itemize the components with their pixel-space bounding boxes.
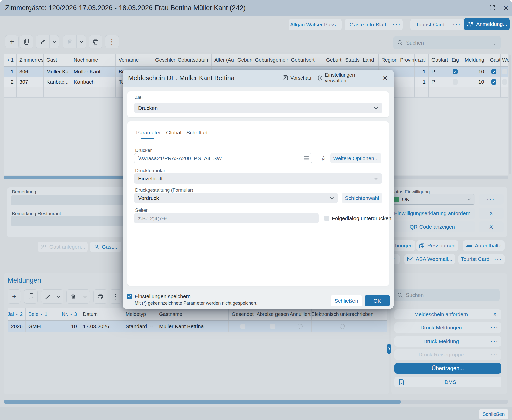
gaeste-info-blatt-button[interactable]: Gäste Info-Blatt [345,19,391,30]
print-button[interactable] [89,35,102,48]
druckgestaltung-select[interactable]: Vordruck [134,193,338,203]
meldungen-col-beleg[interactable]: Bele▼1 [26,308,48,320]
dms-button[interactable]: DMS [394,377,501,387]
guest-col-region[interactable]: Region ( [379,54,397,66]
druck-meldung-button[interactable]: Druck Meldung [394,336,488,347]
status-einwilligung-select[interactable]: OK [389,194,475,205]
meldungen-col-meldetyp[interactable]: Meldetyp [123,308,156,320]
guest-col-vorname[interactable]: Vorname [116,54,152,66]
guest-table-vscrollbar[interactable] [509,55,511,174]
annulliert-radio[interactable] [298,324,303,329]
guest-col-sort[interactable]: ▲1 [4,54,17,66]
we-checkbox[interactable] [502,79,507,85]
we-checkbox[interactable] [502,69,507,74]
meldungen-search-input[interactable] [405,292,488,298]
tourist-card-button[interactable]: Tourist Card [410,19,450,30]
einwilligung-x-button[interactable]: X [479,208,504,219]
abreise-gesendet-checkbox[interactable] [270,324,275,329]
edit-button[interactable] [36,35,49,48]
guest-col-eig[interactable]: Eig [450,54,460,66]
einwilligung-anfordern-button[interactable]: Einwilligungserklärung anfordern [389,208,475,219]
guest-col-geburtsort[interactable]: Geburtsort [288,54,323,66]
favorite-star-icon[interactable]: ☆ [319,153,329,163]
meldungen-edit-button[interactable] [41,290,54,303]
guest-col-zimmer[interactable]: Zimmerrese [17,54,44,66]
meldungen-delete-button[interactable] [67,290,80,303]
eig-checkbox[interactable] [453,69,458,74]
guest-col-geschlecht[interactable]: Geschlech [152,54,175,66]
maximize-button[interactable] [488,4,496,12]
dialog-schliessen-button[interactable]: Schließen [331,295,362,306]
status-more-button[interactable]: ··· [479,194,504,205]
meldungen-row[interactable]: 2026 GMH 10 17.03.2026 Standard Müller K… [8,321,387,332]
guest-col-anzahl[interactable]: Anzal [415,54,429,66]
druck-meldungen-button[interactable]: Druck Meldungen [394,322,488,333]
copy-button[interactable] [20,35,33,48]
tab-parameter[interactable]: Parameter [136,130,161,136]
tourist-card-more-button[interactable]: ··· [450,19,464,30]
folgedialog-checkbox[interactable] [324,216,329,221]
bottom-hscrollbar-thumb[interactable] [4,400,401,404]
meldungen-print-button[interactable] [93,289,107,304]
qr-x-button[interactable]: X [479,221,504,232]
gast-anlegen-button[interactable]: Gast anlegen... [38,242,88,252]
ziel-select[interactable]: Drucken [134,103,382,113]
window-schliessen-button[interactable]: Schließen [479,409,508,419]
bottom-hscrollbar-track[interactable] [4,400,508,404]
menu-icon[interactable] [304,156,309,160]
ressourcen-button[interactable]: Ressourcen [416,240,458,251]
meldungen-col-gastname[interactable]: Gastname [156,308,229,320]
meldeschein-x-button[interactable]: X [488,309,501,319]
guest-col-provinz[interactable]: Provinz [397,54,415,66]
gast-button[interactable]: Gast... [90,242,121,252]
weitere-optionen-button[interactable]: Weitere Optionen... [330,153,381,163]
anmeldung-button[interactable]: Anmeldung... [464,18,510,30]
guest-col-geburts2[interactable]: Geburts [323,54,342,66]
meldungen-col-nr[interactable]: Nr.▼3 [48,308,80,320]
delete-button[interactable] [63,35,76,48]
druck-reisegruppe-button[interactable]: Druck Reisegruppe [394,349,488,360]
guest-col-gastart[interactable]: Gastart [429,54,450,66]
meldungen-collapse-handle[interactable] [387,344,391,354]
tourist-card-button-2[interactable]: Tourist Card [458,254,492,264]
eig-checkbox[interactable] [453,79,458,85]
meldungen-add-button[interactable]: + [8,289,21,304]
meldeschein-anfordern-button[interactable]: Meldeschein anfordern [394,309,488,319]
vorschau-button[interactable]: Vorschau [283,74,315,82]
guest-col-gastk[interactable]: Gastk [487,54,501,66]
gesendet-checkbox[interactable] [240,324,245,329]
tourist-card-more-button-2[interactable]: ··· [492,254,505,264]
meldungen-col-jahr[interactable]: Jal▼2 [8,308,26,320]
meldungen-col-abreise[interactable]: Abreise gesen [257,308,289,320]
add-button[interactable]: + [5,35,19,48]
guest-col-geburtsdatum[interactable]: Geburtsdatum [175,54,212,66]
meldungen-col-annulliert[interactable]: Annulliert [289,308,312,320]
seiten-input[interactable] [134,213,319,223]
druckformular-select[interactable]: Einzelblatt [134,173,382,184]
guest-col-staatsb[interactable]: Staatsb [342,54,360,66]
meldungen-col-gesendet[interactable]: Gesendet [229,308,257,320]
allgaeu-walser-pass-button[interactable]: Allgäu Walser Pass... [289,19,342,30]
meldungen-col-elektronisch[interactable]: Elektronisch unterschrieben [312,308,373,320]
schichtenwahl-button[interactable]: Schichtenwahl [342,193,382,203]
meldungen-more-button[interactable]: ⋮ [110,289,122,304]
guest-col-meldung[interactable]: Meldung [460,54,487,66]
gastk-checkbox[interactable] [491,69,496,74]
aufenthalte-button[interactable]: Aufenthalte [463,240,505,251]
uebertragen-button[interactable]: Übertragen... [394,363,501,374]
edit-dropdown-button[interactable] [50,35,59,48]
guest-col-we[interactable]: We [501,54,509,66]
close-button[interactable]: × [501,3,511,13]
gastk-checkbox[interactable] [491,79,496,85]
druck-reisegruppe-more-button[interactable]: ··· [488,349,501,360]
tab-schriftart[interactable]: Schriftart [186,130,208,136]
druck-meldungen-more-button[interactable]: ··· [488,322,501,333]
druck-meldung-more-button[interactable]: ··· [488,336,501,347]
elektronisch-unterschrieben-radio[interactable] [340,324,345,329]
tab-global[interactable]: Global [166,130,181,136]
guest-col-gast[interactable]: Gast [44,54,71,66]
guest-col-geburtsgemeinde[interactable]: Geburtsgemeind [252,54,288,66]
gaeste-info-more-button[interactable]: ··· [391,19,403,30]
meldungen-delete-dropdown-button[interactable] [80,290,90,303]
meldungen-copy-button[interactable] [24,289,38,304]
